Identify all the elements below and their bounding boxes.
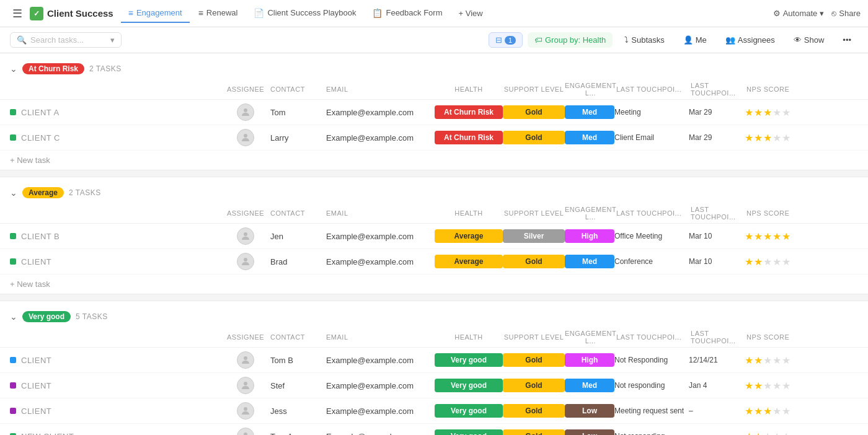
search-dropdown-icon: ▾: [110, 35, 115, 45]
col-header-support: SUPPORT LEVEL: [503, 333, 565, 341]
section-badge-average: Average: [22, 187, 64, 198]
assignees-icon: 👥: [725, 35, 735, 45]
automate-icon: ⚙: [773, 9, 781, 18]
star-icon: ★: [773, 256, 781, 268]
support-cell: Gold: [503, 255, 565, 268]
add-view-tab[interactable]: + View: [451, 5, 490, 22]
filter-button[interactable]: ⊟ 1: [489, 32, 523, 48]
section-toggle-churn[interactable]: ⌄: [10, 64, 17, 74]
star-icon: ★: [754, 256, 763, 268]
assignees-button[interactable]: 👥 Assignees: [719, 32, 782, 48]
avatar: [237, 103, 254, 121]
star-icon: ★: [745, 256, 753, 268]
person-icon: 👤: [683, 35, 693, 45]
touchtype-cell: Client Email: [614, 133, 689, 142]
assignee-cell: [221, 377, 270, 394]
contact-cell: Tom A: [270, 432, 326, 436]
table-row[interactable]: Client Jess Example@example.com Very goo…: [0, 398, 868, 424]
col-header-health: HEALTH: [435, 333, 503, 341]
nav-tab-renewal[interactable]: ≡Renewal: [191, 4, 246, 23]
table-row[interactable]: Client Tom B Example@example.com Very go…: [0, 348, 868, 373]
star-icon: ★: [773, 431, 781, 436]
col-header-touchdate: LAST TOUCHPOI...: [691, 206, 746, 221]
email-cell: Example@example.com: [326, 356, 435, 365]
star-icon: ★: [782, 107, 790, 118]
star-icon: ★: [763, 431, 772, 436]
col-header-engagement: ENGAGEMENT L...: [565, 82, 616, 97]
engagement-cell: High: [565, 229, 614, 243]
email-cell: Example@example.com: [326, 406, 435, 416]
hamburger-menu[interactable]: ☰: [7, 4, 27, 23]
svg-point-5: [244, 382, 247, 385]
table-row[interactable]: Client B Jen Example@example.com Average…: [0, 224, 868, 249]
engagement-cell: High: [565, 353, 614, 367]
col-header-nps: NPS SCORE: [746, 86, 833, 93]
engagement-cell: Med: [565, 379, 614, 392]
col-header-health: HEALTH: [435, 86, 503, 93]
assignee-cell: [221, 402, 270, 420]
nav-tab-feedback[interactable]: 📋Feedback Form: [365, 4, 450, 23]
section-churn: ⌄ At Churn Risk 2 TASKS ASSIGNEE CONTACT…: [0, 53, 868, 170]
top-nav: ☰ ✓ Client Success ≡Engagement≡Renewal📄C…: [0, 0, 868, 27]
share-button[interactable]: ⎋ Share: [831, 9, 861, 18]
table-row[interactable]: New Client Tom A Example@example.com Ver…: [0, 424, 868, 435]
nav-tab-playbook[interactable]: 📄Client Success Playbook: [246, 4, 363, 23]
engagement-cell: Med: [565, 105, 614, 119]
star-icon: ★: [763, 107, 772, 118]
automate-button[interactable]: ⚙ Automate ▾: [773, 9, 825, 18]
nav-tab-engagement[interactable]: ≡Engagement: [121, 4, 190, 23]
more-options-button[interactable]: •••: [836, 32, 858, 48]
table-row[interactable]: Client Brad Example@example.com Average …: [0, 249, 868, 275]
contact-cell: Larry: [270, 133, 326, 143]
col-header-nps: NPS SCORE: [746, 209, 833, 217]
table-row[interactable]: Client C Larry Example@example.com At Ch…: [0, 125, 868, 151]
svg-point-7: [244, 433, 247, 435]
assignee-cell: [221, 253, 270, 270]
contact-cell: Jen: [270, 232, 326, 241]
show-button[interactable]: 👁 Show: [787, 32, 831, 48]
nps-cell: ★★★★★: [745, 405, 831, 417]
star-icon: ★: [745, 405, 753, 417]
svg-point-3: [244, 258, 247, 261]
search-icon: 🔍: [17, 35, 27, 45]
search-box[interactable]: 🔍 Search tasks... ▾: [10, 32, 122, 48]
touchdate-cell: 12/14/21: [689, 356, 745, 364]
section-toggle-average[interactable]: ⌄: [10, 188, 17, 198]
new-task-button[interactable]: + New task: [0, 275, 868, 294]
star-icon: ★: [745, 354, 753, 366]
section-toggle-verygood[interactable]: ⌄: [10, 312, 17, 322]
health-cell: Average: [435, 255, 503, 268]
star-icon: ★: [782, 405, 790, 417]
star-icon: ★: [782, 354, 790, 366]
task-name: Client A: [10, 108, 221, 117]
section-count-churn: 2 TASKS: [89, 64, 122, 73]
avatar: [237, 351, 254, 369]
star-icon: ★: [754, 354, 763, 366]
avatar: [237, 253, 254, 270]
task-dot: [10, 382, 16, 389]
task-dot: [10, 357, 16, 363]
svg-point-1: [244, 134, 247, 138]
touchdate-cell: Mar 10: [689, 257, 745, 266]
touchtype-cell: Not responding: [614, 432, 689, 435]
touchtype-cell: Conference: [614, 257, 689, 266]
table-row[interactable]: Client A Tom Example@example.com At Chur…: [0, 100, 868, 125]
subtasks-button[interactable]: ⤵ Subtasks: [618, 32, 671, 48]
col-header-support: SUPPORT LEVEL: [503, 86, 565, 93]
group-by-button[interactable]: 🏷 Group by: Health: [528, 32, 613, 48]
new-task-button[interactable]: + New task: [0, 151, 868, 170]
table-row[interactable]: Client Stef Example@example.com Very goo…: [0, 373, 868, 398]
contact-cell: Brad: [270, 257, 326, 266]
task-dot: [10, 258, 16, 265]
health-cell: Very good: [435, 429, 503, 435]
email-cell: Example@example.com: [326, 108, 435, 117]
section-count-average: 2 TASKS: [69, 188, 101, 197]
col-header-assignee: ASSIGNEE: [221, 209, 270, 217]
support-cell: Gold: [503, 379, 565, 392]
toolbar: 🔍 Search tasks... ▾ ⊟ 1 🏷 Group by: Heal…: [0, 27, 868, 53]
assignee-cell: [221, 103, 270, 121]
me-button[interactable]: 👤 Me: [676, 32, 714, 48]
support-cell: Gold: [503, 353, 565, 367]
star-icon: ★: [763, 405, 772, 417]
task-name: Client B: [10, 232, 221, 241]
